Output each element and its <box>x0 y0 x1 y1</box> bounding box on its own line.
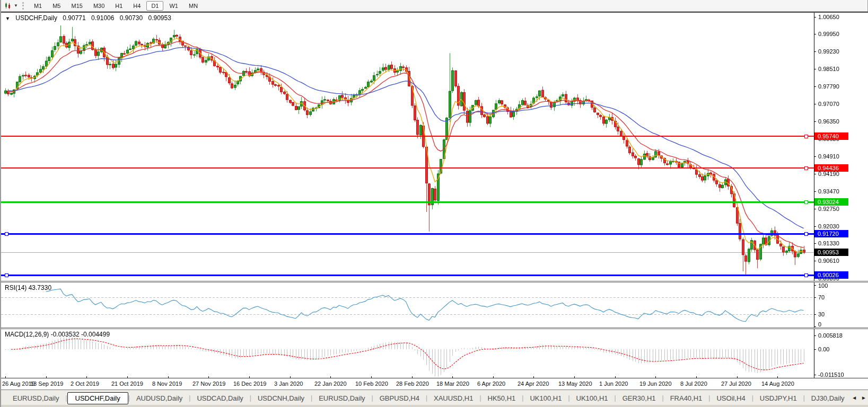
chart-symbol-label: USDCHF,Daily <box>15 14 57 22</box>
timeframe-buttons: M1M5M15M30H1H4D1W1MN <box>29 1 203 11</box>
date-axis-label: 1 Jun 2020 <box>599 381 628 387</box>
ohlc-close: 0.90953 <box>148 14 171 22</box>
date-axis-label: 16 Dec 2019 <box>233 381 266 387</box>
date-axis-label: 19 Jun 2020 <box>639 381 672 387</box>
date-axis-label: 8 Nov 2019 <box>152 381 182 387</box>
price-chart-pane: ▼ USDCHF,Daily 0.90771 0.91006 0.90730 0… <box>1 12 868 281</box>
symbol-tab-eurusd-daily[interactable]: EURUSD,Daily <box>6 393 65 404</box>
date-axis-label: 21 Oct 2019 <box>111 381 143 387</box>
symbol-tab-fra40-h1[interactable]: FRA40,H1 <box>664 393 709 404</box>
timeframe-button-d1[interactable]: D1 <box>146 1 163 11</box>
date-axis-label: 27 Nov 2019 <box>192 381 225 387</box>
symbol-tab-gbpusd-h4[interactable]: GBPUSD,H4 <box>373 393 426 404</box>
timeframe-button-mn[interactable]: MN <box>184 1 203 11</box>
date-axis-label: 28 Feb 2020 <box>396 381 429 387</box>
timeframe-button-m5[interactable]: M5 <box>48 1 65 11</box>
date-axis-label: 6 Apr 2020 <box>477 381 505 387</box>
macd-pane: MACD(12,26,9) -0.003532 -0.004499 <box>1 329 868 378</box>
timeframe-toolbar: ▼ M1M5M15M30H1H4D1W1MN <box>1 0 867 12</box>
price-chart-canvas[interactable] <box>1 12 868 281</box>
symbol-tab-usoil-h4[interactable]: USOil,H4 <box>710 393 751 404</box>
symbol-tab-usdcad-daily[interactable]: USDCAD,Daily <box>190 393 249 404</box>
date-axis-label: 13 Sep 2019 <box>30 381 63 387</box>
date-axis: 26 Aug 201913 Sep 20192 Oct 201921 Oct 2… <box>1 378 868 390</box>
timeframe-button-h4[interactable]: H4 <box>128 1 145 11</box>
symbol-tab-ger30-h1[interactable]: GER30,H1 <box>616 393 662 404</box>
symbol-tab-xauusd-h1[interactable]: XAUUSD,H1 <box>427 393 479 404</box>
chart-type-button[interactable]: ▼ <box>2 2 20 10</box>
candlestick-chart-icon <box>4 2 13 10</box>
symbol-tab-hk50-h1[interactable]: HK50,H1 <box>481 393 522 404</box>
date-axis-label: 24 Apr 2020 <box>518 381 549 387</box>
toolbar-grip-handle[interactable] <box>22 2 25 10</box>
trading-terminal-window: ▼ M1M5M15M30H1H4D1W1MN ▼ USDCHF,Daily 0.… <box>0 0 868 407</box>
timeframe-button-m1[interactable]: M1 <box>29 1 47 11</box>
macd-indicator-label: MACD(12,26,9) -0.003532 -0.004499 <box>5 331 110 338</box>
symbol-tabs: EURUSD,Daily|USDCHF,Daily|AUDUSD,Daily|U… <box>6 392 848 404</box>
rsi-canvas[interactable] <box>1 282 868 328</box>
chart-tab-bar: EURUSD,Daily|USDCHF,Daily|AUDUSD,Daily|U… <box>1 390 868 407</box>
date-axis-label: 3 Jan 2020 <box>274 381 303 387</box>
date-axis-label: 8 Jul 2020 <box>680 381 707 387</box>
symbol-tab-usdcnh-daily[interactable]: USDCNH,Daily <box>251 393 311 404</box>
tab-scroll-buttons: ◄ ► <box>852 395 866 401</box>
timeframe-button-w1[interactable]: W1 <box>164 1 183 11</box>
symbol-tab-uk100-h1[interactable]: UK100,H1 <box>570 393 615 404</box>
rsi-indicator-label: RSI(14) 43.7330 <box>5 284 51 291</box>
timeframe-button-h1[interactable]: H1 <box>110 1 127 11</box>
tab-scroll-right-icon[interactable]: ► <box>861 395 866 401</box>
rsi-pane: RSI(14) 43.7330 <box>1 282 868 328</box>
symbol-tab-dj30-daily[interactable]: DJ30,Daily <box>805 393 848 404</box>
symbol-tab-eurusd-daily[interactable]: EURUSD,Daily <box>312 393 371 404</box>
date-axis-label: 18 Mar 2020 <box>436 381 469 387</box>
chart-ohlc-readout: ▼ USDCHF,Daily 0.90771 0.91006 0.90730 0… <box>5 14 175 22</box>
date-axis-label: 13 May 2020 <box>558 381 592 387</box>
chevron-down-icon: ▼ <box>14 4 18 8</box>
tab-scroll-left-icon[interactable]: ◄ <box>852 395 857 401</box>
macd-canvas[interactable] <box>1 329 868 378</box>
timeframe-button-m15[interactable]: M15 <box>66 1 87 11</box>
timeframe-button-m30[interactable]: M30 <box>89 1 109 11</box>
tabbar-bottom-strip <box>1 405 868 407</box>
symbol-tab-usdjpy-h1[interactable]: USDJPY,H1 <box>753 393 803 404</box>
symbol-tab-audusd-daily[interactable]: AUDUSD,Daily <box>130 393 189 404</box>
ohlc-open: 0.90771 <box>63 14 85 22</box>
ohlc-high: 0.91006 <box>91 14 114 22</box>
date-axis-label: 10 Feb 2020 <box>355 381 388 387</box>
date-axis-label: 27 Jul 2020 <box>721 381 751 387</box>
ohlc-low: 0.90730 <box>120 14 143 22</box>
date-axis-label: 2 Oct 2019 <box>71 381 99 387</box>
date-axis-label: 14 Aug 2020 <box>761 381 794 387</box>
symbol-tab-usdchf-daily[interactable]: USDCHF,Daily <box>67 392 128 404</box>
date-axis-label: 22 Jan 2020 <box>314 381 347 387</box>
chart-menu-icon[interactable]: ▼ <box>5 16 10 21</box>
symbol-tab-uk100-h1[interactable]: UK100,H1 <box>523 393 568 404</box>
